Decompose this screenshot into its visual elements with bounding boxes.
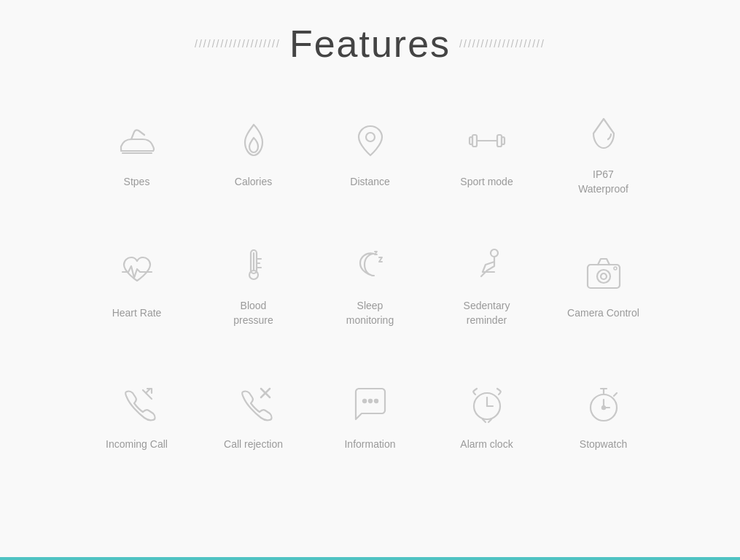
camera-icon <box>578 249 629 296</box>
incoming-call-icon <box>112 380 163 427</box>
stopwatch-icon <box>578 380 629 427</box>
svg-point-23 <box>362 400 366 403</box>
feature-camera-control: Camera Control <box>545 219 662 350</box>
waterproof-label: IP67Waterproof <box>578 168 628 196</box>
blood-pressure-label: Bloodpressure <box>233 299 273 327</box>
location-icon <box>345 117 396 165</box>
svg-point-16 <box>597 270 610 283</box>
svg-point-2 <box>366 133 375 141</box>
sleep-icon <box>345 241 396 289</box>
page-title: Features <box>289 22 451 66</box>
camera-control-label: Camera Control <box>567 306 639 321</box>
feature-stopwatch: Stopwatch <box>545 350 662 481</box>
title-decoration-left: //////////////////// <box>195 38 281 50</box>
sedentary-reminder-label: Sedentaryreminder <box>464 299 510 327</box>
information-label: Information <box>344 438 395 452</box>
svg-point-37 <box>602 406 605 409</box>
svg-rect-5 <box>470 137 472 144</box>
svg-point-17 <box>601 273 607 279</box>
features-page: //////////////////// Features //////////… <box>0 0 740 560</box>
flame-icon <box>228 117 279 165</box>
call-reject-icon <box>228 380 279 427</box>
feature-waterproof: IP67Waterproof <box>545 88 662 219</box>
feature-heart-rate: Heart Rate <box>79 219 195 350</box>
title-decoration-right: //////////////////// <box>459 38 545 50</box>
thermometer-icon <box>228 241 279 289</box>
feature-blood-pressure: Bloodpressure <box>195 219 312 350</box>
svg-point-24 <box>368 400 372 403</box>
sport-mode-label: Sport mode <box>460 175 513 190</box>
distance-label: Distance <box>350 175 389 190</box>
feature-incoming-call: Incoming Call <box>79 350 195 481</box>
svg-point-25 <box>374 400 378 403</box>
shoe-icon <box>112 117 163 165</box>
feature-call-rejection: Call rejection <box>195 350 312 481</box>
sleep-monitoring-label: Sleepmonitoring <box>346 299 394 327</box>
alarm-icon <box>461 380 513 427</box>
feature-stpes: Stpes <box>79 88 195 219</box>
feature-sport-mode: Sport mode <box>429 88 545 219</box>
feature-distance: Distance <box>312 88 429 219</box>
bottom-bar <box>0 557 740 560</box>
sitting-icon <box>461 241 513 289</box>
calories-label: Calories <box>235 175 272 190</box>
svg-rect-15 <box>588 265 620 288</box>
feature-sedentary-reminder: Sedentaryreminder <box>429 219 545 350</box>
stopwatch-label: Stopwatch <box>580 438 627 452</box>
features-grid: Stpes Calories Distance <box>79 88 662 481</box>
title-row: //////////////////// Features //////////… <box>195 22 545 66</box>
call-rejection-label: Call rejection <box>224 438 283 452</box>
svg-rect-7 <box>502 137 505 144</box>
svg-point-18 <box>614 267 617 270</box>
feature-information: Information <box>312 350 429 481</box>
incoming-call-label: Incoming Call <box>106 438 168 452</box>
dumbbell-icon <box>461 117 513 165</box>
stpes-label: Stpes <box>124 175 150 190</box>
feature-calories: Calories <box>195 88 312 219</box>
svg-point-13 <box>491 249 498 257</box>
heart-rate-label: Heart Rate <box>112 306 162 321</box>
svg-line-34 <box>614 393 617 396</box>
feature-alarm-clock: Alarm clock <box>429 350 545 481</box>
waterdrop-icon <box>578 110 629 158</box>
heartrate-icon <box>112 249 163 296</box>
alarm-clock-label: Alarm clock <box>460 438 513 452</box>
message-icon <box>345 380 396 427</box>
feature-sleep-monitoring: Sleepmonitoring <box>312 219 429 350</box>
